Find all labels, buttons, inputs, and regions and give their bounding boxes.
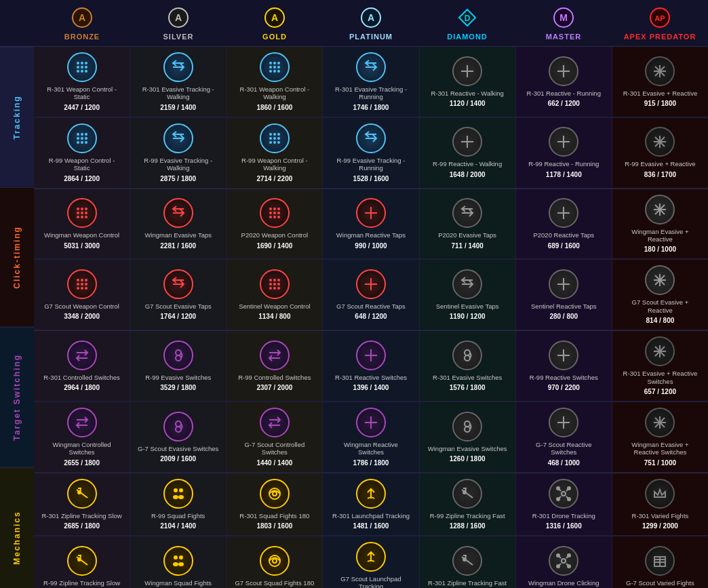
cross-icon bbox=[549, 340, 578, 370]
gold-icon: A bbox=[262, 5, 287, 30]
bronze-label: BRONZE bbox=[64, 33, 100, 41]
bronze-icon: A bbox=[70, 5, 94, 30]
row-target-switching-0: R-301 Controlled Switches2964 / 1800 R-9… bbox=[34, 331, 708, 402]
launch-icon bbox=[356, 542, 386, 572]
table-cell: R-99 Controlled Switches2307 / 2000 bbox=[227, 331, 323, 401]
svg-point-46 bbox=[77, 141, 79, 144]
svg-point-71 bbox=[85, 212, 87, 214]
table-cell: R-99 Evasive Tracking - Walking2875 / 18… bbox=[130, 118, 227, 189]
cell-name: Wingman Reactive Switches bbox=[330, 441, 412, 456]
swirl-icon bbox=[452, 412, 482, 442]
svg-point-130 bbox=[176, 421, 181, 427]
svg-point-22 bbox=[85, 70, 87, 73]
zipline-icon bbox=[67, 479, 97, 509]
cell-score: 648 / 1200 bbox=[355, 313, 387, 320]
header-silver: A SILVER bbox=[130, 0, 227, 46]
svg-point-172 bbox=[557, 554, 559, 557]
table-cell: R-301 Varied Fights1299 / 2000 bbox=[612, 473, 708, 536]
svg-point-55 bbox=[269, 141, 272, 144]
svg-point-19 bbox=[85, 66, 87, 68]
row-click-timing-0: Wingman Weapon Control5031 / 3000 Wingma… bbox=[34, 189, 708, 260]
cell-name: R-301 Squad Fights 180 bbox=[239, 512, 309, 520]
table-cell: R-99 Reactive - Running1178 / 1400 bbox=[516, 118, 612, 189]
cell-name: G-7 Scout Reactive Switches bbox=[523, 441, 604, 456]
table-cell: Wingman Controlled Switches2655 / 1800 bbox=[34, 402, 130, 473]
svg-point-162 bbox=[173, 562, 178, 566]
svg-point-155 bbox=[557, 487, 559, 490]
cell-name: G-7 Scout Evasive Switches bbox=[138, 445, 218, 452]
cell-name: Sentinel Reactive Taps bbox=[531, 302, 596, 310]
svg-point-160 bbox=[174, 555, 178, 560]
svg-point-103 bbox=[277, 279, 280, 281]
arrows-icon bbox=[163, 52, 193, 82]
header-row: A BRONZE A SILVER A GOLD A PLATINUM D DI… bbox=[0, 0, 708, 47]
arrows-icon bbox=[163, 123, 193, 153]
table-cell: R-301 Weapon Control - Walking1860 / 160… bbox=[227, 47, 323, 117]
cell-score: 1396 / 1400 bbox=[353, 384, 389, 391]
apex-label: APEX PREDATOR bbox=[624, 33, 696, 41]
swirl-icon bbox=[163, 412, 193, 442]
cell-name: R-301 Evasive Switches bbox=[433, 374, 502, 381]
cross-icon bbox=[356, 198, 386, 228]
cell-score: 662 / 1200 bbox=[548, 100, 580, 107]
table-cell: Wingman Evasive + Reactive180 / 1000 bbox=[612, 189, 708, 260]
cell-name: G7 Scout Launchpad Tracking bbox=[330, 575, 412, 588]
table-cell: R-99 Weapon Control - Static2864 / 1200 bbox=[34, 118, 130, 189]
svg-point-23 bbox=[269, 62, 272, 64]
svg-point-97 bbox=[85, 283, 87, 286]
svg-point-27 bbox=[273, 66, 276, 68]
cell-name: R-301 Drone Tracking bbox=[532, 512, 595, 520]
silver-label: SILVER bbox=[163, 33, 194, 41]
cell-name: G7 Scout Reactive Taps bbox=[336, 302, 406, 310]
cell-name: R-99 Evasive + Reactive bbox=[625, 160, 695, 168]
table-cell: R-99 Evasive + Reactive836 / 1700 bbox=[612, 118, 708, 189]
svg-point-104 bbox=[269, 283, 272, 286]
svg-point-57 bbox=[277, 141, 280, 144]
svg-point-49 bbox=[269, 133, 272, 136]
cell-name: R-99 Weapon Control - Walking bbox=[234, 157, 315, 172]
svg-point-76 bbox=[273, 208, 276, 210]
cell-score: 3348 / 2000 bbox=[64, 313, 100, 320]
table-cell: R-301 Reactive - Walking1120 / 1400 bbox=[420, 47, 516, 117]
header-diamond: D DIAMOND bbox=[419, 0, 515, 46]
cell-name: Wingman Squad Fights bbox=[144, 579, 212, 587]
table-cell: R-301 Evasive + Reactive Switches657 / 1… bbox=[612, 331, 708, 401]
svg-point-100 bbox=[85, 287, 87, 290]
diamond-label: DIAMOND bbox=[447, 33, 488, 41]
dots-icon bbox=[260, 269, 290, 299]
svg-point-56 bbox=[273, 141, 276, 144]
svg-point-148 bbox=[273, 492, 277, 496]
svg-point-164 bbox=[269, 555, 280, 566]
cell-score: 280 / 800 bbox=[549, 313, 578, 320]
svg-point-51 bbox=[277, 133, 280, 136]
cell-score: 915 / 1800 bbox=[644, 100, 676, 107]
svg-point-92 bbox=[77, 279, 79, 281]
svg-point-102 bbox=[273, 279, 276, 281]
svg-point-167 bbox=[562, 559, 566, 563]
svg-point-119 bbox=[176, 355, 181, 361]
table-cell: G7 Scout Launchpad Tracking1109 / 1400 bbox=[323, 536, 419, 588]
svg-point-70 bbox=[81, 212, 83, 214]
cell-name: R-301 Evasive + Reactive bbox=[623, 90, 698, 97]
cell-name: R-99 Reactive Switches bbox=[530, 374, 598, 381]
cell-name: P2020 Weapon Control bbox=[241, 231, 309, 239]
cell-score: 2964 / 1800 bbox=[64, 384, 100, 391]
svg-point-95 bbox=[77, 283, 79, 286]
svg-point-74 bbox=[85, 216, 87, 218]
cell-score: 1120 / 1400 bbox=[450, 100, 486, 107]
svg-text:A: A bbox=[271, 12, 278, 23]
svg-point-53 bbox=[273, 137, 276, 140]
svg-point-173 bbox=[568, 554, 570, 557]
table-cell: Wingman Reactive Switches1786 / 1800 bbox=[323, 402, 419, 473]
arrows-icon bbox=[452, 198, 482, 228]
svg-point-24 bbox=[273, 62, 276, 64]
cell-name: R-301 Evasive Tracking - Running bbox=[330, 85, 412, 101]
svg-point-78 bbox=[269, 212, 272, 214]
svg-point-145 bbox=[173, 495, 178, 499]
cell-name: R-301 Weapon Control - Static bbox=[41, 85, 123, 101]
cell-name: G-7 Scout Controlled Switches bbox=[234, 441, 315, 456]
svg-point-29 bbox=[269, 70, 272, 73]
header-spacer bbox=[0, 0, 34, 46]
table-cell: R-301 Evasive + Reactive915 / 1800 bbox=[612, 47, 708, 117]
cell-score: 468 / 1000 bbox=[548, 459, 580, 467]
